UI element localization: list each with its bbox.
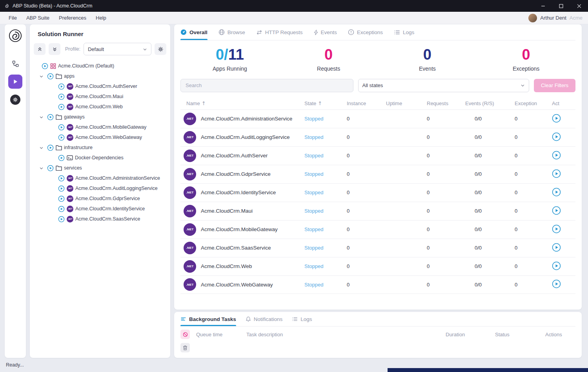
tree-item[interactable]: .NET Acme.CloudCrm (Default) [34, 61, 166, 71]
menu-help[interactable]: Help [96, 15, 106, 21]
cancel-tasks-button[interactable] [180, 330, 190, 339]
table-row[interactable]: .NET Acme.CloudCrm.AuthServer Stopped 0 … [180, 146, 575, 165]
table-row[interactable]: .NET Acme.CloudCrm.IdentityService Stopp… [180, 183, 575, 202]
tree-play-icon[interactable] [58, 93, 65, 100]
folder-icon [56, 114, 62, 120]
tree-item[interactable]: .NET Acme.CloudCrm.Maui [34, 91, 166, 102]
tree-play-icon[interactable] [58, 134, 65, 141]
start-app-button[interactable] [552, 187, 561, 197]
events-count: 0/0 [457, 245, 507, 251]
table-row[interactable]: .NET Acme.CloudCrm.SaasService Stopped 0… [180, 239, 575, 257]
state-filter-select[interactable]: All states [358, 79, 530, 92]
chevron-down-icon[interactable] [39, 146, 44, 150]
close-button[interactable] [570, 0, 588, 12]
table-row[interactable]: .NET Acme.CloudCrm.Web Stopped 0 0 0/0 0 [180, 257, 575, 275]
menu-abp-suite[interactable]: ABP Suite [26, 15, 49, 21]
start-app-button[interactable] [552, 224, 561, 233]
minimize-button[interactable] [534, 0, 552, 12]
tab-overall[interactable]: Overall [180, 24, 208, 40]
clear-filters-button[interactable]: Clear Filters [534, 79, 575, 92]
column-header-instance[interactable]: Instance [339, 100, 378, 106]
profile-select[interactable]: Default [84, 43, 151, 55]
expand-all-button[interactable] [49, 43, 60, 55]
user-area[interactable]: Arthur Dent Acme [528, 14, 583, 22]
tree-item[interactable]: .NET Acme.CloudCrm.WebGateway [34, 132, 166, 142]
menu-file[interactable]: File [9, 15, 17, 21]
events-count: 0/0 [457, 190, 507, 195]
solution-explorer-button[interactable] [8, 57, 22, 71]
tree-play-icon[interactable] [58, 195, 65, 202]
tree-play-icon[interactable] [42, 63, 48, 69]
tree-play-icon[interactable] [58, 206, 65, 212]
column-header-exceptions[interactable]: Exception [507, 100, 544, 106]
tree-play-icon[interactable] [47, 144, 54, 151]
tree-play-icon[interactable] [58, 155, 65, 161]
tree-item[interactable]: .NET Acme.CloudCrm.GdprService [34, 193, 166, 204]
list-icon [292, 317, 298, 321]
table-row[interactable]: .NET Acme.CloudCrm.WebGateway Stopped 0 … [180, 275, 575, 294]
tab-exceptions[interactable]: Exceptions [348, 24, 383, 40]
table-row[interactable]: .NET Acme.CloudCrm.MobileGateway Stopped… [180, 220, 575, 239]
start-app-button[interactable] [552, 113, 561, 123]
tree-item[interactable]: .NET infrastructure [34, 142, 166, 153]
column-header-requests[interactable]: Requests [419, 100, 457, 106]
tree-play-icon[interactable] [58, 124, 65, 131]
tree-play-icon[interactable] [58, 175, 65, 182]
table-row[interactable]: .NET Acme.CloudCrm.AuditLoggingService S… [180, 128, 575, 146]
tab-events[interactable]: Events [314, 24, 337, 40]
tree-item[interactable]: .NET Acme.CloudCrm.AuditLoggingService [34, 183, 166, 193]
start-app-button[interactable] [552, 243, 561, 252]
table-row[interactable]: .NET Acme.CloudCrm.AdministrationService… [180, 109, 575, 128]
start-app-button[interactable] [552, 206, 561, 215]
tree-item[interactable]: .NET Acme.CloudCrm.SaasService [34, 214, 166, 224]
tab-logs[interactable]: Logs [394, 24, 414, 40]
tab-http-requests[interactable]: HTTP Requests [256, 24, 303, 40]
tab-background-tasks[interactable]: Background Tasks [180, 312, 236, 326]
exceptions-count: 0 [507, 282, 544, 288]
clear-tasks-button[interactable] [180, 343, 190, 352]
column-header-events[interactable]: Events (R/S) [457, 100, 507, 106]
tab-browse[interactable]: Browse [218, 24, 245, 40]
tree-item[interactable]: .NET Acme.CloudCrm.IdentityService [34, 204, 166, 214]
chevron-down-icon[interactable] [39, 166, 44, 170]
chevron-down-icon[interactable] [39, 74, 44, 78]
tree-play-icon[interactable] [47, 114, 54, 120]
solution-runner-button[interactable] [8, 75, 22, 89]
tree-item[interactable]: .NET Acme.CloudCrm.AuthServer [34, 81, 166, 91]
profile-settings-button[interactable] [155, 43, 166, 55]
start-app-button[interactable] [552, 150, 561, 160]
start-app-button[interactable] [552, 132, 561, 141]
tab-bottom-logs[interactable]: Logs [292, 312, 312, 326]
start-app-button[interactable] [552, 169, 561, 178]
table-row[interactable]: .NET Acme.CloudCrm.GdprService Stopped 0… [180, 165, 575, 183]
column-header-uptime[interactable]: Uptime [378, 100, 419, 106]
start-app-button[interactable] [552, 279, 561, 289]
table-row[interactable]: .NET Acme.CloudCrm.Maui Stopped 0 0 0/0 … [180, 202, 575, 220]
tree-play-icon[interactable] [58, 185, 65, 192]
column-header-state[interactable]: State↑ [300, 100, 339, 106]
tree-play-icon[interactable] [58, 83, 65, 90]
maximize-button[interactable] [552, 0, 570, 12]
tab-notifications[interactable]: Notifications [246, 312, 283, 326]
tree-item[interactable]: .NET apps [34, 71, 166, 81]
start-app-button[interactable] [552, 261, 561, 270]
tree-item[interactable]: .NET Acme.CloudCrm.MobileGateway [34, 122, 166, 132]
tree-play-icon[interactable] [47, 165, 54, 171]
tasks-table-header: Queue time Task description Duration Sta… [196, 329, 575, 340]
tree-play-icon[interactable] [58, 104, 65, 110]
avatar[interactable] [528, 14, 537, 22]
tree-item[interactable]: .NET gateways [34, 112, 166, 122]
menu-preferences[interactable]: Preferences [59, 15, 86, 21]
tree-play-icon[interactable] [47, 73, 54, 80]
column-header-name[interactable]: Name↑ [180, 100, 300, 106]
collapse-all-button[interactable] [34, 43, 46, 55]
tree-item[interactable]: .NET services [34, 163, 166, 173]
tree-item[interactable]: .NET Acme.CloudCrm.Web [34, 102, 166, 112]
tree-item[interactable]: .NET Acme.CloudCrm.AdministrationService [34, 173, 166, 183]
column-header-actions[interactable]: Act [544, 100, 575, 106]
chevron-down-icon[interactable] [39, 115, 44, 119]
tree-item[interactable]: .NET Docker-Dependencies [34, 153, 166, 163]
settings-button[interactable] [8, 93, 22, 107]
search-input[interactable] [180, 79, 353, 92]
tree-play-icon[interactable] [58, 216, 65, 222]
